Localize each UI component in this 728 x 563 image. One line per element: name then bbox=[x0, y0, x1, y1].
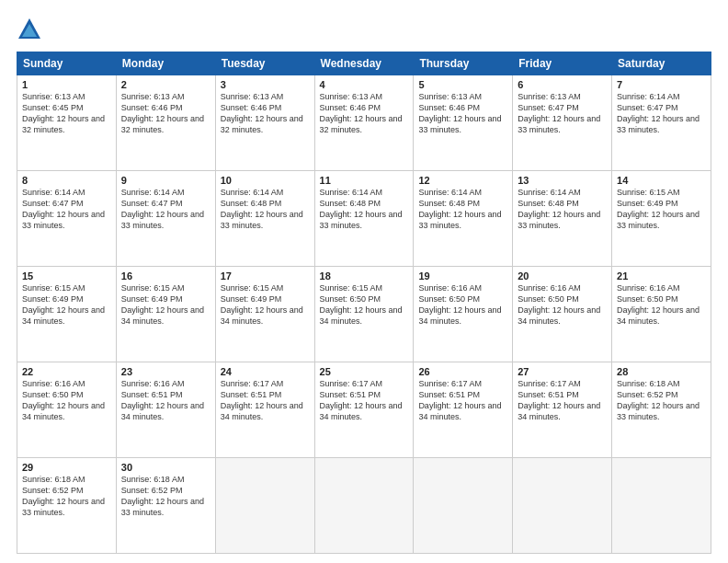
col-sunday: Sunday bbox=[17, 52, 117, 75]
empty-cell bbox=[215, 458, 314, 554]
col-friday: Friday bbox=[513, 52, 612, 75]
day-number: 15 bbox=[22, 270, 111, 282]
page: Sunday Monday Tuesday Wednesday Thursday… bbox=[0, 0, 728, 563]
col-monday: Monday bbox=[116, 52, 215, 75]
day-number: 24 bbox=[221, 366, 310, 377]
day-info: Sunrise: 6:15 AM Sunset: 6:50 PM Dayligh… bbox=[320, 282, 409, 327]
day-cell: 8 Sunrise: 6:14 AM Sunset: 6:47 PM Dayli… bbox=[17, 171, 117, 267]
week-row: 1 Sunrise: 6:13 AM Sunset: 6:45 PM Dayli… bbox=[17, 75, 711, 171]
day-info: Sunrise: 6:14 AM Sunset: 6:48 PM Dayligh… bbox=[320, 187, 409, 232]
col-thursday: Thursday bbox=[414, 52, 513, 75]
day-cell: 18 Sunrise: 6:15 AM Sunset: 6:50 PM Dayl… bbox=[314, 267, 414, 362]
day-number: 20 bbox=[518, 270, 607, 282]
day-cell: 21 Sunrise: 6:16 AM Sunset: 6:50 PM Dayl… bbox=[612, 267, 711, 362]
day-cell: 30 Sunrise: 6:18 AM Sunset: 6:52 PM Dayl… bbox=[116, 458, 215, 554]
day-info: Sunrise: 6:15 AM Sunset: 6:49 PM Dayligh… bbox=[121, 282, 210, 327]
day-cell: 3 Sunrise: 6:13 AM Sunset: 6:46 PM Dayli… bbox=[215, 75, 314, 171]
week-row: 22 Sunrise: 6:16 AM Sunset: 6:50 PM Dayl… bbox=[17, 362, 711, 458]
day-info: Sunrise: 6:16 AM Sunset: 6:50 PM Dayligh… bbox=[518, 282, 607, 327]
day-number: 10 bbox=[221, 175, 310, 186]
day-info: Sunrise: 6:16 AM Sunset: 6:50 PM Dayligh… bbox=[418, 282, 507, 327]
day-cell: 4 Sunrise: 6:13 AM Sunset: 6:46 PM Dayli… bbox=[314, 75, 414, 171]
day-number: 27 bbox=[518, 366, 607, 377]
header-row: Sunday Monday Tuesday Wednesday Thursday… bbox=[17, 52, 711, 75]
week-row: 29 Sunrise: 6:18 AM Sunset: 6:52 PM Dayl… bbox=[17, 458, 711, 554]
day-cell: 13 Sunrise: 6:14 AM Sunset: 6:48 PM Dayl… bbox=[513, 171, 612, 267]
day-info: Sunrise: 6:17 AM Sunset: 6:51 PM Dayligh… bbox=[221, 378, 310, 423]
day-info: Sunrise: 6:18 AM Sunset: 6:52 PM Dayligh… bbox=[617, 378, 706, 423]
day-cell: 12 Sunrise: 6:14 AM Sunset: 6:48 PM Dayl… bbox=[414, 171, 513, 267]
day-info: Sunrise: 6:14 AM Sunset: 6:48 PM Dayligh… bbox=[221, 187, 310, 232]
day-cell: 11 Sunrise: 6:14 AM Sunset: 6:48 PM Dayl… bbox=[314, 171, 414, 267]
day-info: Sunrise: 6:16 AM Sunset: 6:50 PM Dayligh… bbox=[22, 378, 111, 423]
day-info: Sunrise: 6:17 AM Sunset: 6:51 PM Dayligh… bbox=[418, 378, 507, 423]
col-tuesday: Tuesday bbox=[215, 52, 314, 75]
logo bbox=[17, 17, 46, 42]
day-number: 11 bbox=[320, 175, 409, 186]
day-number: 22 bbox=[22, 366, 111, 377]
day-cell: 7 Sunrise: 6:14 AM Sunset: 6:47 PM Dayli… bbox=[612, 75, 711, 171]
day-cell: 6 Sunrise: 6:13 AM Sunset: 6:47 PM Dayli… bbox=[513, 75, 612, 171]
day-cell: 22 Sunrise: 6:16 AM Sunset: 6:50 PM Dayl… bbox=[17, 362, 117, 458]
day-cell: 25 Sunrise: 6:17 AM Sunset: 6:51 PM Dayl… bbox=[314, 362, 414, 458]
day-number: 9 bbox=[121, 175, 210, 186]
day-number: 5 bbox=[418, 79, 507, 90]
day-number: 3 bbox=[221, 79, 310, 90]
day-info: Sunrise: 6:13 AM Sunset: 6:46 PM Dayligh… bbox=[320, 91, 409, 136]
day-cell: 10 Sunrise: 6:14 AM Sunset: 6:48 PM Dayl… bbox=[215, 171, 314, 267]
day-cell: 14 Sunrise: 6:15 AM Sunset: 6:49 PM Dayl… bbox=[612, 171, 711, 267]
day-number: 19 bbox=[418, 270, 507, 282]
day-cell: 9 Sunrise: 6:14 AM Sunset: 6:47 PM Dayli… bbox=[116, 171, 215, 267]
day-number: 7 bbox=[617, 79, 706, 90]
calendar: Sunday Monday Tuesday Wednesday Thursday… bbox=[17, 52, 711, 554]
day-info: Sunrise: 6:14 AM Sunset: 6:47 PM Dayligh… bbox=[121, 187, 210, 232]
day-number: 18 bbox=[320, 270, 409, 282]
day-info: Sunrise: 6:13 AM Sunset: 6:45 PM Dayligh… bbox=[22, 91, 111, 136]
day-number: 1 bbox=[22, 79, 111, 90]
empty-cell bbox=[513, 458, 612, 554]
day-info: Sunrise: 6:16 AM Sunset: 6:50 PM Dayligh… bbox=[617, 282, 706, 327]
day-info: Sunrise: 6:14 AM Sunset: 6:47 PM Dayligh… bbox=[22, 187, 111, 232]
empty-cell bbox=[414, 458, 513, 554]
day-info: Sunrise: 6:14 AM Sunset: 6:48 PM Dayligh… bbox=[418, 187, 507, 232]
day-cell: 16 Sunrise: 6:15 AM Sunset: 6:49 PM Dayl… bbox=[116, 267, 215, 362]
day-number: 23 bbox=[121, 366, 210, 377]
logo-icon bbox=[17, 17, 42, 42]
day-info: Sunrise: 6:13 AM Sunset: 6:46 PM Dayligh… bbox=[221, 91, 310, 136]
day-number: 17 bbox=[221, 270, 310, 282]
day-info: Sunrise: 6:17 AM Sunset: 6:51 PM Dayligh… bbox=[518, 378, 607, 423]
day-cell: 28 Sunrise: 6:18 AM Sunset: 6:52 PM Dayl… bbox=[612, 362, 711, 458]
day-number: 26 bbox=[418, 366, 507, 377]
day-info: Sunrise: 6:18 AM Sunset: 6:52 PM Dayligh… bbox=[22, 474, 111, 519]
day-number: 12 bbox=[418, 175, 507, 186]
day-cell: 17 Sunrise: 6:15 AM Sunset: 6:49 PM Dayl… bbox=[215, 267, 314, 362]
empty-cell bbox=[612, 458, 711, 554]
day-cell: 26 Sunrise: 6:17 AM Sunset: 6:51 PM Dayl… bbox=[414, 362, 513, 458]
day-cell: 2 Sunrise: 6:13 AM Sunset: 6:46 PM Dayli… bbox=[116, 75, 215, 171]
day-cell: 1 Sunrise: 6:13 AM Sunset: 6:45 PM Dayli… bbox=[17, 75, 117, 171]
day-cell: 15 Sunrise: 6:15 AM Sunset: 6:49 PM Dayl… bbox=[17, 267, 117, 362]
day-cell: 23 Sunrise: 6:16 AM Sunset: 6:51 PM Dayl… bbox=[116, 362, 215, 458]
day-number: 21 bbox=[617, 270, 706, 282]
day-number: 2 bbox=[121, 79, 210, 90]
day-info: Sunrise: 6:15 AM Sunset: 6:49 PM Dayligh… bbox=[22, 282, 111, 327]
day-cell: 24 Sunrise: 6:17 AM Sunset: 6:51 PM Dayl… bbox=[215, 362, 314, 458]
day-info: Sunrise: 6:16 AM Sunset: 6:51 PM Dayligh… bbox=[121, 378, 210, 423]
day-info: Sunrise: 6:13 AM Sunset: 6:46 PM Dayligh… bbox=[121, 91, 210, 136]
day-cell: 5 Sunrise: 6:13 AM Sunset: 6:46 PM Dayli… bbox=[414, 75, 513, 171]
empty-cell bbox=[314, 458, 414, 554]
col-saturday: Saturday bbox=[612, 52, 711, 75]
day-number: 6 bbox=[518, 79, 607, 90]
day-cell: 27 Sunrise: 6:17 AM Sunset: 6:51 PM Dayl… bbox=[513, 362, 612, 458]
day-info: Sunrise: 6:15 AM Sunset: 6:49 PM Dayligh… bbox=[617, 187, 706, 232]
day-info: Sunrise: 6:13 AM Sunset: 6:47 PM Dayligh… bbox=[518, 91, 607, 136]
day-number: 13 bbox=[518, 175, 607, 186]
col-wednesday: Wednesday bbox=[314, 52, 414, 75]
week-row: 8 Sunrise: 6:14 AM Sunset: 6:47 PM Dayli… bbox=[17, 171, 711, 267]
day-number: 8 bbox=[22, 175, 111, 186]
day-number: 25 bbox=[320, 366, 409, 377]
day-number: 14 bbox=[617, 175, 706, 186]
day-number: 29 bbox=[22, 462, 111, 473]
day-number: 30 bbox=[121, 462, 210, 473]
day-info: Sunrise: 6:18 AM Sunset: 6:52 PM Dayligh… bbox=[121, 474, 210, 519]
